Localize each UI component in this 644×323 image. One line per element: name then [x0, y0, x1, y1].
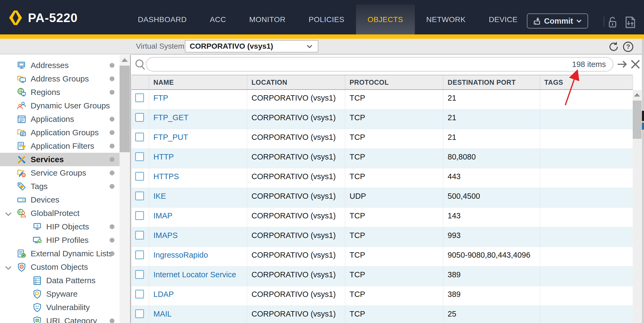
column-header-destination-port[interactable]: DESTINATION PORT: [443, 75, 540, 89]
destination-port-cell: 143: [443, 208, 540, 227]
sidebar-item-spyware[interactable]: Spyware: [0, 287, 120, 301]
service-name-link[interactable]: FTP_GET: [153, 113, 189, 122]
sidebar-item-application-filters[interactable]: Application Filters: [0, 139, 120, 153]
service-name-link[interactable]: IMAPS: [153, 231, 178, 240]
sidebar-item-data-patterns[interactable]: Data Patterns: [0, 274, 120, 287]
service-name-link[interactable]: Internet Locator Service: [153, 270, 236, 279]
service-name-link[interactable]: IngressoRapido: [153, 251, 208, 260]
sidebar-item-globalprotect[interactable]: GlobalProtect: [0, 207, 120, 220]
row-checkbox[interactable]: [135, 191, 144, 200]
row-checkbox[interactable]: [135, 270, 144, 279]
checkbox-cell: [132, 227, 149, 247]
sidebar-item-application-groups[interactable]: Application Groups: [0, 126, 120, 139]
location-cell: CORPORATIVO (vsys1): [247, 109, 345, 129]
sidebar-item-regions[interactable]: Regions: [0, 86, 120, 99]
help-icon[interactable]: ?: [622, 41, 634, 54]
sidebar-item-label: Address Groups: [31, 74, 89, 83]
tab-acc[interactable]: ACC: [198, 5, 238, 34]
column-header-tags[interactable]: TAGS: [540, 75, 633, 89]
tab-objects[interactable]: OBJECTS: [356, 5, 415, 34]
tags-cell: [540, 208, 633, 227]
tab-dashboard[interactable]: DASHBOARD: [126, 5, 198, 34]
service-name-link[interactable]: IKE: [153, 192, 166, 201]
sidebar-item-url-category[interactable]: URL Category: [0, 314, 120, 323]
lock-open-icon[interactable]: [606, 16, 618, 30]
regions-icon: [17, 87, 27, 97]
tags-cell: [540, 168, 633, 188]
tags-cell: [540, 306, 633, 323]
status-dot: [110, 238, 114, 243]
service-name-link[interactable]: HTTPS: [153, 172, 179, 181]
tags-cell: [540, 188, 633, 208]
checkbox-cell: [132, 109, 149, 129]
sidebar-item-hip-objects[interactable]: ?HIP Objects: [0, 220, 120, 233]
status-dot: [110, 171, 114, 175]
row-checkbox[interactable]: [135, 172, 144, 181]
tab-monitor[interactable]: MONITOR: [238, 5, 297, 34]
sidebar-item-external-dynamic-lists[interactable]: External Dynamic Lists: [0, 247, 120, 260]
service-name-link[interactable]: HTTP: [153, 152, 174, 161]
row-checkbox[interactable]: [135, 93, 144, 102]
scroll-up-arrow[interactable]: [634, 93, 640, 97]
location-cell: CORPORATIVO (vsys1): [247, 267, 345, 286]
service-name-link[interactable]: LDAP: [153, 290, 174, 299]
close-icon[interactable]: [629, 59, 641, 71]
sidebar-item-dynamic-user-groups[interactable]: Dynamic User Groups: [0, 99, 120, 112]
sidebar-item-service-groups[interactable]: Service Groups: [0, 166, 120, 180]
row-checkbox[interactable]: [135, 290, 144, 299]
sidebar-scrollbar[interactable]: [120, 55, 130, 323]
search-input[interactable]: [146, 58, 572, 70]
service-name-link[interactable]: IMAP: [153, 211, 172, 220]
service-name-link[interactable]: FTP: [153, 94, 168, 102]
row-checkbox[interactable]: [135, 250, 144, 259]
scroll-up-arrow[interactable]: [121, 58, 128, 62]
scrollbar-thumb[interactable]: [633, 101, 642, 139]
scrollbar-thumb[interactable]: [120, 66, 130, 152]
column-header-protocol[interactable]: PROTOCOL: [345, 75, 443, 89]
svg-text:?: ?: [626, 43, 630, 50]
dynamic-user-groups-icon: [17, 101, 27, 111]
sidebar-item-vulnerability[interactable]: Vulnerability: [0, 301, 120, 314]
tab-device[interactable]: DEVICE: [477, 5, 529, 34]
destination-port-cell: 9050-9080,80,443,4096: [443, 247, 540, 267]
sidebar-item-tags[interactable]: Tags: [0, 180, 120, 193]
sidebar-item-addresses[interactable]: Addresses: [0, 59, 120, 72]
tab-policies[interactable]: POLICIES: [297, 5, 356, 34]
sidebar-item-services[interactable]: Services: [0, 153, 120, 166]
destination-port-cell: 389: [443, 286, 540, 306]
chevron-down-icon[interactable]: [4, 210, 12, 219]
row-checkbox[interactable]: [135, 152, 144, 161]
save-config-icon[interactable]: [624, 16, 637, 30]
commit-button[interactable]: Commit: [527, 13, 588, 29]
chevron-down-icon[interactable]: [4, 264, 12, 273]
location-cell: CORPORATIVO (vsys1): [247, 149, 345, 168]
row-checkbox[interactable]: [135, 211, 144, 220]
sidebar-item-applications[interactable]: Applications: [0, 112, 120, 126]
arrow-right-icon[interactable]: [616, 59, 628, 71]
sidebar-item-label: Service Groups: [31, 168, 86, 178]
sidebar-item-label: Services: [31, 155, 64, 164]
sidebar-item-hip-profiles[interactable]: HIP Profiles: [0, 233, 120, 247]
name-cell: LDAP: [149, 286, 247, 306]
sidebar-item-devices[interactable]: Devices: [0, 193, 120, 207]
service-name-link[interactable]: FTP_PUT: [153, 133, 188, 142]
location-cell: CORPORATIVO (vsys1): [247, 286, 345, 306]
data-patterns-icon: [32, 276, 42, 286]
refresh-icon[interactable]: [608, 41, 620, 54]
tab-network[interactable]: NETWORK: [415, 5, 477, 34]
sidebar-item-address-groups[interactable]: Address Groups: [0, 72, 120, 86]
row-checkbox[interactable]: [135, 113, 144, 122]
column-header-name[interactable]: NAME: [149, 75, 247, 89]
row-checkbox[interactable]: [135, 231, 144, 240]
sidebar-item-label: Addresses: [31, 61, 69, 70]
destination-port-cell: 21: [443, 129, 540, 149]
row-checkbox[interactable]: [135, 133, 144, 141]
row-checkbox[interactable]: [135, 309, 144, 318]
virtual-system-select[interactable]: CORPORATIVO (vsys1): [185, 40, 318, 52]
table-scrollbar[interactable]: [633, 75, 642, 323]
sidebar-item-custom-objects[interactable]: Custom Objects: [0, 260, 120, 274]
service-name-link[interactable]: MAIL: [153, 310, 172, 318]
name-cell: Internet Locator Service: [149, 267, 247, 286]
column-header-location[interactable]: LOCATION: [247, 75, 345, 89]
sidebar-item-label: Custom Objects: [31, 262, 88, 272]
